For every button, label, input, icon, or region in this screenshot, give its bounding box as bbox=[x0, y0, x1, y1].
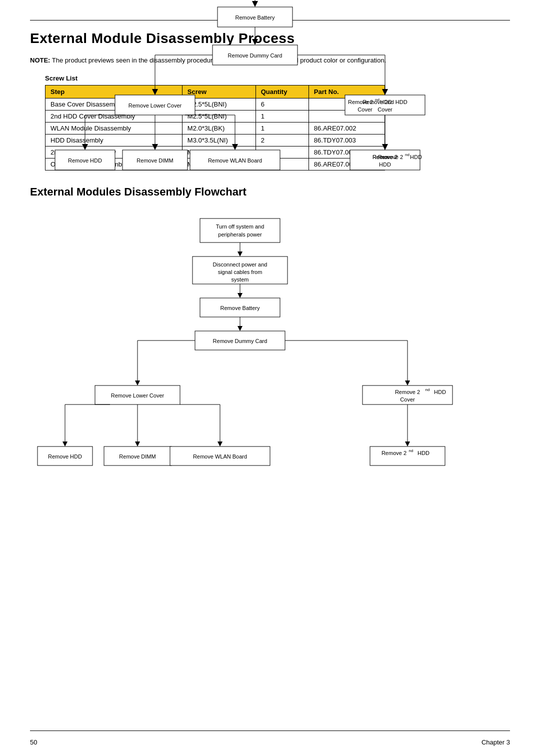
svg-text:Remove Battery: Remove Battery bbox=[236, 14, 275, 20]
svg-text:Disconnect power and: Disconnect power and bbox=[213, 262, 268, 268]
svg-text:Remove HDD: Remove HDD bbox=[68, 158, 102, 164]
svg-marker-22 bbox=[382, 89, 388, 95]
svg-text:HDD: HDD bbox=[418, 450, 430, 456]
svg-text:Remove HDD: Remove HDD bbox=[48, 454, 82, 460]
svg-text:Remove Lower Cover: Remove Lower Cover bbox=[128, 102, 182, 108]
svg-rect-101 bbox=[370, 446, 445, 466]
flowchart-svg: Turn off system and peripherals power Di… bbox=[45, 0, 495, 214]
chapter-label: Chapter 3 bbox=[482, 738, 510, 746]
svg-text:Remove WLAN Board: Remove WLAN Board bbox=[193, 454, 247, 460]
svg-marker-87 bbox=[62, 442, 68, 446]
svg-text:Remove Dummy Card: Remove Dummy Card bbox=[213, 338, 268, 344]
svg-marker-35 bbox=[232, 144, 238, 150]
svg-text:peripherals power: peripherals power bbox=[218, 232, 262, 238]
svg-marker-37 bbox=[382, 144, 388, 150]
flowchart: Turn off system and peripherals power Di… bbox=[30, 0, 510, 214]
svg-marker-92 bbox=[218, 442, 222, 446]
svg-marker-32 bbox=[152, 144, 158, 150]
svg-marker-14 bbox=[252, 39, 258, 45]
svg-marker-19 bbox=[152, 89, 158, 95]
svg-text:Remove 2: Remove 2 bbox=[378, 154, 403, 160]
svg-marker-59 bbox=[238, 252, 242, 256]
svg-marker-74 bbox=[135, 380, 140, 386]
svg-text:nd: nd bbox=[375, 98, 380, 102]
svg-text:HDD: HDD bbox=[410, 154, 422, 160]
svg-marker-89 bbox=[135, 442, 140, 446]
svg-text:Cover: Cover bbox=[400, 396, 415, 402]
flowchart-wrapper: Turn off system and peripherals power Di… bbox=[30, 214, 510, 518]
svg-marker-69 bbox=[238, 326, 242, 331]
bottom-rule bbox=[30, 730, 510, 731]
svg-text:Remove Lower Cover: Remove Lower Cover bbox=[111, 392, 164, 398]
svg-text:nd: nd bbox=[405, 152, 410, 157]
svg-marker-30 bbox=[82, 144, 88, 150]
svg-text:nd: nd bbox=[409, 448, 414, 453]
svg-marker-77 bbox=[405, 380, 410, 386]
svg-text:HDD: HDD bbox=[379, 162, 391, 168]
flowchart-diagram: Turn off system and peripherals power Di… bbox=[30, 214, 510, 518]
svg-text:Remove Dummy Card: Remove Dummy Card bbox=[228, 52, 282, 58]
svg-marker-10 bbox=[252, 1, 258, 7]
svg-marker-65 bbox=[238, 293, 242, 298]
svg-text:Remove DIMM: Remove DIMM bbox=[119, 454, 156, 460]
svg-text:Remove WLAN Board: Remove WLAN Board bbox=[208, 158, 262, 164]
svg-text:Remove DIMM: Remove DIMM bbox=[136, 158, 173, 164]
svg-text:nd: nd bbox=[426, 388, 430, 392]
svg-text:HDD: HDD bbox=[380, 99, 392, 105]
svg-text:Remove Battery: Remove Battery bbox=[220, 305, 260, 311]
svg-text:Cover: Cover bbox=[378, 106, 392, 112]
svg-marker-94 bbox=[405, 442, 410, 446]
svg-rect-55 bbox=[200, 218, 280, 242]
svg-text:HDD: HDD bbox=[434, 389, 446, 395]
svg-text:signal cables from: signal cables from bbox=[218, 269, 262, 275]
page-number: 50 bbox=[30, 738, 37, 746]
svg-text:Cover: Cover bbox=[358, 106, 372, 112]
svg-text:Remove 2: Remove 2 bbox=[395, 389, 420, 395]
footer: 50 Chapter 3 bbox=[30, 738, 510, 746]
svg-text:system: system bbox=[232, 276, 249, 282]
svg-text:Remove 2: Remove 2 bbox=[382, 450, 406, 456]
svg-text:Turn off system and: Turn off system and bbox=[216, 224, 264, 230]
svg-text:Remove 2: Remove 2 bbox=[348, 99, 373, 105]
